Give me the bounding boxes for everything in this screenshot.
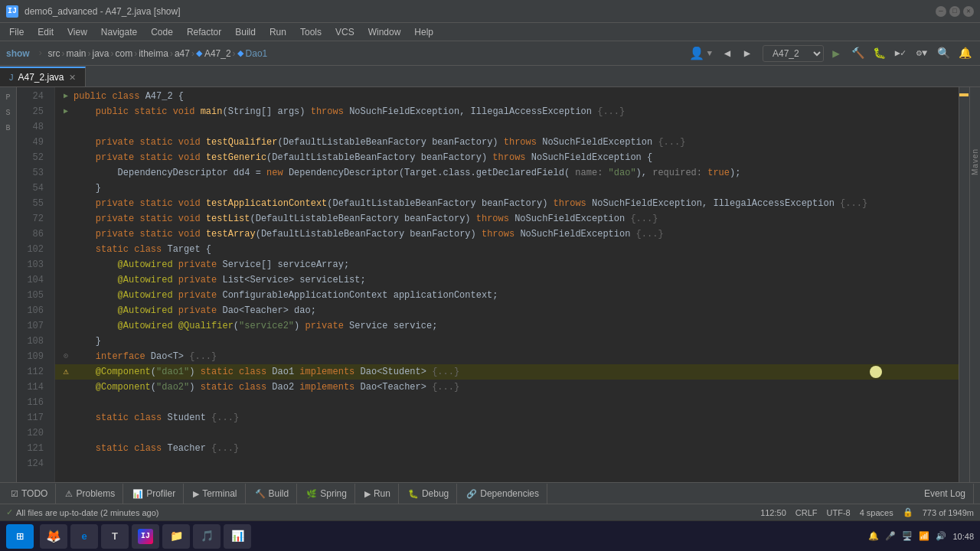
line-numbers: 24 25 48 49 52 53 54 55 72 86 102 103 10…: [17, 87, 55, 482]
left-sidebar: P S B: [0, 87, 17, 482]
bottom-bar: ☑ TODO ⚠ Problems 📊 Profiler ▶ Terminal …: [0, 482, 980, 520]
menu-edit[interactable]: Edit: [31, 25, 60, 39]
menu-build[interactable]: Build: [229, 25, 262, 39]
todo-label: TODO: [21, 488, 47, 499]
code-line-54: }: [55, 181, 959, 196]
code-line-114: @Component("dao2") static class Dao2 imp…: [55, 380, 959, 395]
build-button[interactable]: 🔨: [848, 44, 867, 63]
menu-tools[interactable]: Tools: [294, 25, 328, 39]
search-everywhere[interactable]: 🔍: [934, 44, 952, 63]
gutter-24[interactable]: ▶: [58, 89, 74, 104]
maven-label[interactable]: Maven: [971, 148, 979, 175]
bottom-tab-build[interactable]: 🔨 Build: [247, 484, 298, 504]
right-gutter[interactable]: [959, 87, 969, 482]
run-config-dropdown[interactable]: A47_2: [763, 45, 824, 62]
status-right: 112:50 CRLF UTF-8 4 spaces 🔒 773 of 1949…: [760, 507, 974, 517]
taskbar-text[interactable]: T: [101, 524, 129, 549]
sidebar-structure-icon[interactable]: S: [2, 106, 15, 119]
bottom-tabs: ☑ TODO ⚠ Problems 📊 Profiler ▶ Terminal …: [0, 482, 980, 504]
menu-file[interactable]: File: [3, 25, 30, 39]
breadcrumb-src[interactable]: src: [47, 48, 60, 59]
taskbar-tray-wifi[interactable]: 📶: [919, 531, 929, 541]
taskbar-tray-bell[interactable]: 🔔: [868, 531, 879, 541]
menu-navigate[interactable]: Navigate: [95, 25, 143, 39]
back-button[interactable]: ◀: [718, 44, 737, 63]
breadcrumb-itheima[interactable]: itheima: [139, 48, 168, 59]
forward-button[interactable]: ▶: [738, 44, 756, 63]
taskbar-intellij[interactable]: IJ: [132, 524, 159, 549]
bottom-tab-todo[interactable]: ☑ TODO: [3, 484, 56, 504]
bottom-tab-profiler[interactable]: 📊 Profiler: [125, 484, 184, 504]
menu-help[interactable]: Help: [408, 25, 439, 39]
coverage-button[interactable]: ▶✓: [891, 44, 910, 63]
text-icon: T: [107, 529, 122, 544]
menu-vcs[interactable]: VCS: [329, 25, 361, 39]
terminal-label: Terminal: [202, 488, 237, 499]
window-title: demo6_advanced - A47_2.java [show]: [24, 6, 936, 17]
breadcrumb-java[interactable]: java: [93, 48, 109, 59]
settings-dropdown[interactable]: ⚙▼: [913, 44, 931, 63]
sidebar-project-icon[interactable]: P: [2, 90, 15, 104]
taskbar-edge[interactable]: e: [70, 524, 98, 549]
bottom-tab-event-log[interactable]: Event Log: [916, 484, 974, 504]
code-line-55: private static void testApplicationConte…: [55, 196, 959, 211]
vlc-icon: 🎵: [199, 529, 214, 544]
menu-code[interactable]: Code: [145, 25, 179, 39]
menu-refactor[interactable]: Refactor: [181, 25, 227, 39]
breadcrumb-main[interactable]: main: [66, 48, 86, 59]
app-icon: IJ: [6, 5, 18, 18]
taskbar-tray-volume[interactable]: 🔊: [936, 531, 946, 541]
notifications[interactable]: 🔔: [956, 44, 974, 63]
bottom-tab-dependencies[interactable]: 🔗 Dependencies: [459, 484, 547, 504]
gutter-25[interactable]: ▶: [58, 104, 74, 119]
maximize-button[interactable]: □: [949, 6, 960, 17]
files-icon: 📁: [168, 529, 184, 544]
bottom-tab-terminal[interactable]: ▶ Terminal: [185, 484, 245, 504]
status-position[interactable]: 112:50: [760, 508, 786, 517]
taskbar-clock[interactable]: 10:48: [952, 532, 974, 541]
menu-run[interactable]: Run: [263, 25, 292, 39]
bottom-tab-problems[interactable]: ⚠ Problems: [57, 484, 123, 504]
profile-dropdown[interactable]: ▼: [707, 49, 712, 58]
taskbar-vlc[interactable]: 🎵: [193, 524, 220, 549]
firefox-icon: 🦊: [46, 529, 61, 544]
event-log-label: Event Log: [924, 488, 965, 499]
window-controls[interactable]: ─ □ ✕: [936, 6, 974, 17]
code-content[interactable]: ▶ public class A47_2 { ▶ public static v…: [55, 87, 959, 482]
status-line-ending[interactable]: CRLF: [795, 508, 818, 517]
minimize-button[interactable]: ─: [936, 6, 946, 17]
start-button[interactable]: ⊞: [6, 524, 34, 549]
run-button[interactable]: ▶: [827, 44, 845, 63]
taskbar-firefox[interactable]: 🦊: [40, 524, 67, 549]
breadcrumb-a47[interactable]: a47: [175, 48, 190, 59]
code-line-52: private static void testGeneric(DefaultL…: [55, 150, 959, 165]
code-line-86: private static void testArray(DefaultLis…: [55, 227, 959, 242]
menu-view[interactable]: View: [61, 25, 93, 39]
breadcrumb-com[interactable]: com: [116, 48, 133, 59]
run-gutter-icon-25[interactable]: ▶: [64, 104, 68, 119]
debug-button[interactable]: 🐛: [870, 44, 888, 63]
menu-window[interactable]: Window: [362, 25, 407, 39]
status-encoding[interactable]: UTF-8: [827, 508, 851, 517]
breadcrumb-a47_2[interactable]: ◆A47_2: [196, 48, 231, 59]
status-indent[interactable]: 4 spaces: [860, 508, 893, 517]
taskbar-tray-mic[interactable]: 🎤: [885, 531, 896, 541]
profile-icon[interactable]: 👤: [689, 46, 704, 61]
run-gutter-icon-24[interactable]: ▶: [64, 89, 68, 104]
dependencies-icon: 🔗: [466, 489, 477, 499]
breadcrumb-dao1[interactable]: ◆Dao1: [237, 48, 268, 59]
tab-a47_2-java[interactable]: J A47_2.java ✕: [0, 67, 86, 86]
taskbar-powerpoint[interactable]: 📊: [224, 524, 251, 549]
bottom-tab-debug[interactable]: 🐛 Debug: [400, 484, 457, 504]
sidebar-bookmark-icon[interactable]: B: [2, 121, 15, 135]
gutter-mark-warning: [959, 93, 969, 96]
lock-icon[interactable]: 🔒: [903, 507, 913, 517]
taskbar-files[interactable]: 📁: [162, 524, 190, 549]
close-button[interactable]: ✕: [963, 6, 974, 17]
tab-close-icon[interactable]: ✕: [69, 73, 76, 83]
bottom-tab-run[interactable]: ▶ Run: [357, 484, 399, 504]
powerpoint-icon: 📊: [230, 529, 245, 544]
bottom-tab-spring[interactable]: 🌿 Spring: [299, 484, 355, 504]
maven-sidebar[interactable]: Maven: [969, 87, 980, 482]
taskbar-tray-display[interactable]: 🖥️: [902, 531, 913, 541]
